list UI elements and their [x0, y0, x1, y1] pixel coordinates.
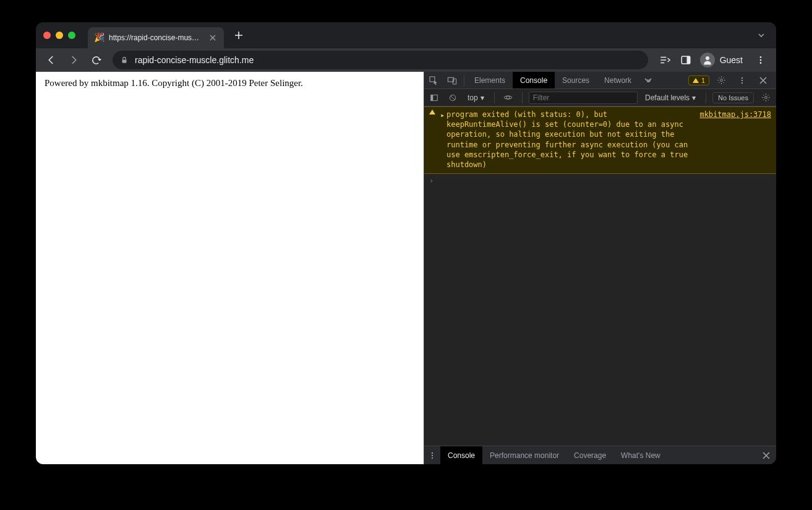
profile-label: Guest [720, 55, 743, 65]
svg-rect-2 [686, 56, 690, 64]
console-toolbar: top ▾ Default levels ▾ No Issues [424, 89, 776, 106]
devtools-panel: Elements Console Sources Network » 1 [424, 72, 776, 464]
svg-point-21 [432, 454, 433, 456]
fullscreen-window-button[interactable] [68, 32, 75, 39]
side-panel-button[interactable] [677, 51, 695, 69]
log-levels-label: Default levels [645, 93, 690, 102]
caret-down-icon: ▾ [481, 93, 484, 102]
drawer-tab-performance-monitor[interactable]: Performance monitor [482, 446, 566, 464]
drawer-tab-coverage[interactable]: Coverage [566, 446, 613, 464]
back-button[interactable] [42, 51, 61, 69]
devtools-tabbar: Elements Console Sources Network » 1 [424, 72, 776, 89]
svg-point-5 [760, 59, 762, 61]
log-source-link[interactable]: mkbitmap.js:3718 [691, 110, 771, 170]
address-bar[interactable]: rapid-concise-muscle.glitch.me [113, 51, 648, 69]
drawer-tab-whats-new[interactable]: What's New [613, 446, 668, 464]
tab-favicon-icon: 🎉 [94, 33, 104, 43]
forward-button[interactable] [64, 51, 83, 69]
console-message-warning[interactable]: ▸ program exited (with status: 0), but k… [424, 106, 776, 174]
svg-point-10 [720, 79, 722, 82]
inspect-element-button[interactable] [424, 72, 443, 89]
tab-elements[interactable]: Elements [467, 72, 513, 89]
warning-icon [429, 110, 435, 115]
page-text: Powered by mkbitmap 1.16. Copyright (C) … [45, 78, 303, 88]
console-settings-button[interactable] [758, 89, 774, 106]
svg-point-6 [760, 62, 762, 64]
lock-icon [120, 56, 129, 64]
prompt-caret-icon: › [429, 176, 437, 185]
media-control-button[interactable] [656, 51, 674, 69]
caret-down-icon: ▾ [692, 93, 696, 102]
svg-point-12 [741, 79, 743, 80]
devtools-drawer: Console Performance monitor Coverage Wha… [424, 446, 776, 464]
more-tabs-button[interactable]: » [639, 76, 656, 85]
browser-tab[interactable]: 🎉 https://rapid-concise-muscle.g [88, 27, 224, 48]
warning-triangle-icon [693, 78, 699, 83]
tab-network[interactable]: Network [597, 72, 639, 89]
console-sidebar-toggle[interactable] [427, 89, 442, 106]
console-output: ▸ program exited (with status: 0), but k… [424, 106, 776, 446]
drawer-tab-console[interactable]: Console [440, 446, 482, 464]
drawer-menu-button[interactable] [424, 446, 440, 464]
log-levels-selector[interactable]: Default levels ▾ [641, 93, 699, 102]
close-window-button[interactable] [43, 32, 51, 39]
console-prompt[interactable]: › [424, 174, 776, 188]
svg-point-11 [741, 77, 743, 78]
devtools-menu-button[interactable] [733, 76, 751, 85]
tab-console[interactable]: Console [513, 72, 555, 89]
drawer-close-button[interactable] [756, 452, 776, 459]
page-content-area: Powered by mkbitmap 1.16. Copyright (C) … [36, 72, 424, 464]
minimize-window-button[interactable] [56, 32, 63, 39]
svg-point-13 [741, 82, 743, 83]
context-label: top [468, 93, 478, 102]
live-expression-button[interactable] [501, 89, 516, 106]
toolbar: rapid-concise-muscle.glitch.me Guest [36, 48, 776, 72]
new-tab-button[interactable] [230, 27, 247, 44]
window-controls [43, 32, 75, 39]
tab-strip: 🎉 https://rapid-concise-muscle.g [36, 22, 776, 48]
expand-message-toggle[interactable]: ▸ [440, 110, 447, 170]
devtools-settings-button[interactable] [712, 76, 730, 85]
clear-console-button[interactable] [445, 89, 460, 106]
tabs-dropdown-button[interactable] [754, 28, 769, 43]
tab-close-button[interactable] [208, 33, 218, 43]
profile-button[interactable]: Guest [698, 50, 749, 70]
reload-button[interactable] [87, 51, 105, 69]
browser-window: 🎉 https://rapid-concise-muscle.g rap [36, 22, 776, 464]
svg-point-18 [504, 96, 512, 99]
filter-input[interactable] [529, 92, 638, 104]
url-text: rapid-concise-muscle.glitch.me [135, 55, 641, 65]
context-selector[interactable]: top ▾ [464, 93, 488, 102]
browser-menu-button[interactable] [751, 51, 770, 69]
svg-point-20 [432, 452, 433, 453]
warnings-badge[interactable]: 1 [688, 76, 709, 85]
svg-point-3 [706, 56, 709, 60]
tab-title: https://rapid-concise-muscle.g [109, 33, 203, 42]
svg-point-22 [432, 457, 433, 458]
devtools-close-button[interactable] [754, 77, 772, 84]
warnings-count: 1 [701, 77, 705, 84]
svg-rect-15 [431, 95, 434, 100]
svg-rect-0 [122, 59, 127, 63]
tab-sources[interactable]: Sources [555, 72, 597, 89]
device-toolbar-button[interactable] [443, 72, 461, 89]
avatar-icon [700, 53, 715, 67]
svg-point-17 [506, 96, 510, 99]
issues-button[interactable]: No Issues [712, 92, 754, 103]
svg-point-19 [764, 97, 767, 99]
svg-point-4 [760, 56, 762, 58]
log-message-text: program exited (with status: 0), but kee… [447, 110, 691, 170]
